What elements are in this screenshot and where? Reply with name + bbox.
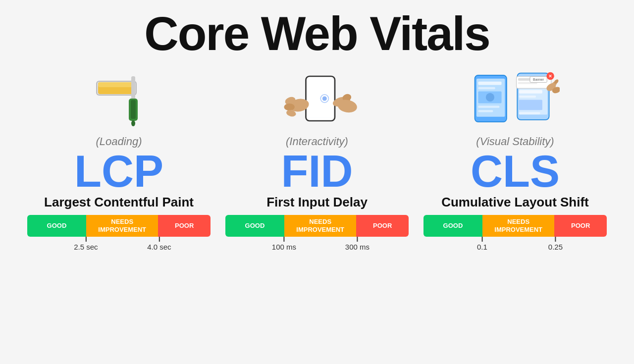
fid-threshold-bar: GOOD NEEDSIMPROVEMENT POOR [225,215,409,237]
lcp-threshold-bar: GOOD NEEDSIMPROVEMENT POOR [27,215,211,237]
lcp-icon [74,64,163,133]
vital-column-lcp: (Loading) LCP Largest Contentful Paint G… [20,64,218,251]
cls-icon: Banner ✕ [471,64,560,133]
svg-point-6 [131,120,135,126]
lcp-bar-poor: POOR [158,215,211,237]
cls-category: (Visual Stability) [476,135,554,148]
fid-threshold-container: GOOD NEEDSIMPROVEMENT POOR 100 ms 300 ms [225,215,409,251]
lcp-category: (Loading) [96,135,142,148]
fid-bar-needs: NEEDSIMPROVEMENT [284,215,357,237]
cls-tick-area: 0.1 0.25 [423,237,607,251]
lcp-acronym: LCP [74,149,163,194]
svg-rect-22 [478,87,495,89]
cls-tick-line-1 [481,237,482,242]
page-title: Core Web Vitals [144,9,489,59]
vitals-grid: (Loading) LCP Largest Contentful Paint G… [0,64,634,251]
cls-threshold-container: GOOD NEEDSIMPROVEMENT POOR 0.1 0.25 [423,215,607,251]
svg-rect-36 [519,90,542,94]
fid-icon [272,64,362,133]
cls-bar-needs: NEEDSIMPROVEMENT [482,215,555,237]
cls-tick-2: 0.25 [548,237,563,251]
cls-name: Cumulative Layout Shift [441,195,589,210]
lcp-tick-label-1: 2.5 sec [74,243,98,251]
lcp-tick-label-2: 4.0 sec [147,243,171,251]
svg-rect-39 [519,112,540,114]
cls-tick-label-2: 0.25 [548,243,563,251]
svg-point-24 [486,93,494,102]
fid-bar-poor: POOR [356,215,409,237]
lcp-tick-line-1 [85,237,86,242]
fid-tick-area: 100 ms 300 ms [225,237,409,251]
svg-rect-25 [478,105,499,107]
cls-tick-label-1: 0.1 [477,243,487,251]
fid-tick-label-1: 100 ms [272,243,296,251]
cls-bar-good: GOOD [423,215,482,237]
svg-text:✕: ✕ [548,74,552,79]
fid-category: (Interactivity) [286,135,348,148]
fid-tick-1: 100 ms [272,237,296,251]
svg-rect-38 [519,100,542,110]
lcp-name: Largest Contentful Paint [44,195,194,210]
svg-rect-3 [131,76,135,101]
lcp-tick-line-2 [158,237,159,242]
fid-name: First Input Delay [266,195,368,210]
cls-acronym: CLS [471,149,560,194]
vital-column-fid: (Interactivity) FID First Input Delay GO… [218,64,416,251]
fid-tick-line-2 [357,237,358,242]
cls-threshold-bar: GOOD NEEDSIMPROVEMENT POOR [423,215,607,237]
cls-bar-poor: POOR [554,215,607,237]
svg-rect-26 [478,110,493,112]
fid-tick-line-1 [283,237,284,242]
svg-rect-21 [478,82,501,85]
lcp-tick-area: 2.5 sec 4.0 sec [27,237,211,251]
svg-rect-37 [519,96,536,98]
vital-column-cls: Banner ✕ (Visual Stability) CLS Cumulati… [416,64,614,251]
lcp-bar-good: GOOD [27,215,86,237]
fid-bar-good: GOOD [225,215,284,237]
svg-rect-2 [98,82,135,87]
cls-tick-line-2 [555,237,556,242]
lcp-threshold-container: GOOD NEEDSIMPROVEMENT POOR 2.5 sec 4.0 s… [27,215,211,251]
svg-point-17 [322,96,327,101]
svg-text:Banner: Banner [533,78,544,81]
svg-rect-5 [131,100,136,119]
svg-point-12 [284,104,295,110]
lcp-bar-needs: NEEDSIMPROVEMENT [86,215,158,237]
fid-tick-2: 300 ms [345,237,370,251]
lcp-tick-2: 4.0 sec [147,237,171,251]
fid-tick-label-2: 300 ms [345,243,370,251]
lcp-tick-1: 2.5 sec [74,237,98,251]
fid-acronym: FID [281,149,353,194]
cls-tick-1: 0.1 [477,237,487,251]
